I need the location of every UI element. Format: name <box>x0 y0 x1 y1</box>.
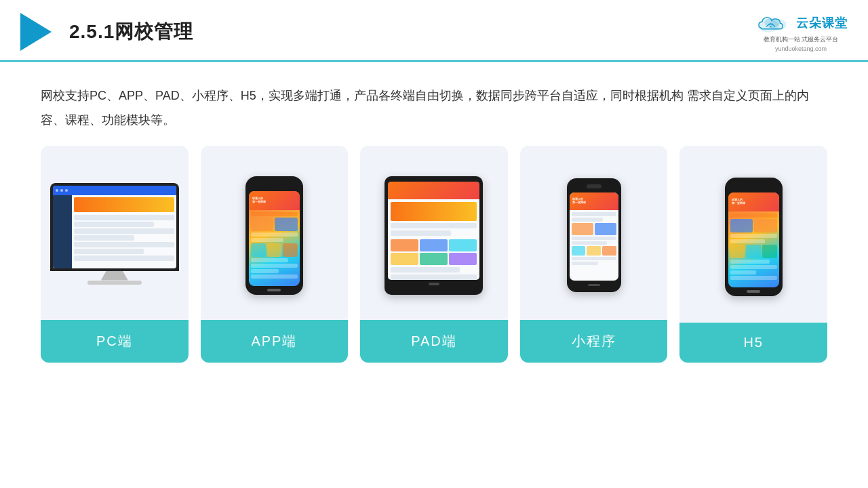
brand-icon: 云朵课堂 <box>754 12 848 34</box>
pad-mockup <box>384 176 483 295</box>
app-image-area: 职通人的第一堂网课 <box>201 146 349 320</box>
h5-image-area: 职通人的第一堂网课 <box>679 146 827 323</box>
header-left: 2.5.1网校管理 <box>20 13 193 51</box>
pc-card: PC端 <box>41 146 189 363</box>
brand-tagline: 教育机构一站 式服务云平台 <box>764 35 839 44</box>
miniprogram-card-label: 小程序 <box>520 320 668 363</box>
pad-card: PAD端 <box>360 146 508 363</box>
brand-url: yunduoketang.com <box>775 45 827 52</box>
svg-point-3 <box>770 26 771 27</box>
brand-name: 云朵课堂 <box>796 15 848 31</box>
header: 2.5.1网校管理 云朵课堂 教育机构一站 式服务云平台 yunduoketan… <box>0 0 868 62</box>
cards-container: PC端 职通人的第一堂网课 <box>41 146 827 363</box>
miniprogram-card: 职通人的第一堂网课 <box>520 146 668 363</box>
brand-logo: 云朵课堂 教育机构一站 式服务云平台 yunduoketang.com <box>754 12 848 52</box>
pad-image-area <box>360 146 508 320</box>
page-title: 2.5.1网校管理 <box>69 19 193 45</box>
pc-image-area <box>41 146 189 320</box>
logo-triangle-icon <box>20 13 52 51</box>
app-card-label: APP端 <box>201 320 349 363</box>
miniprogram-image-area: 职通人的第一堂网课 <box>520 146 668 320</box>
app-phone-mockup: 职通人的第一堂网课 <box>245 176 303 295</box>
h5-phone-mockup: 职通人的第一堂网课 <box>725 178 783 296</box>
cloud-icon <box>754 12 792 34</box>
pad-card-label: PAD端 <box>360 320 508 363</box>
app-card: 职通人的第一堂网课 <box>201 146 349 363</box>
pc-card-label: PC端 <box>41 320 189 363</box>
h5-card-label: H5 <box>679 323 827 363</box>
description-text: 网校支持PC、APP、PAD、小程序、H5，实现多端打通，产品各终端自由切换，数… <box>41 83 827 132</box>
miniprogram-phone-mockup: 职通人的第一堂网课 <box>567 178 621 292</box>
h5-card: 职通人的第一堂网课 <box>679 146 827 363</box>
pc-mockup <box>50 183 179 288</box>
